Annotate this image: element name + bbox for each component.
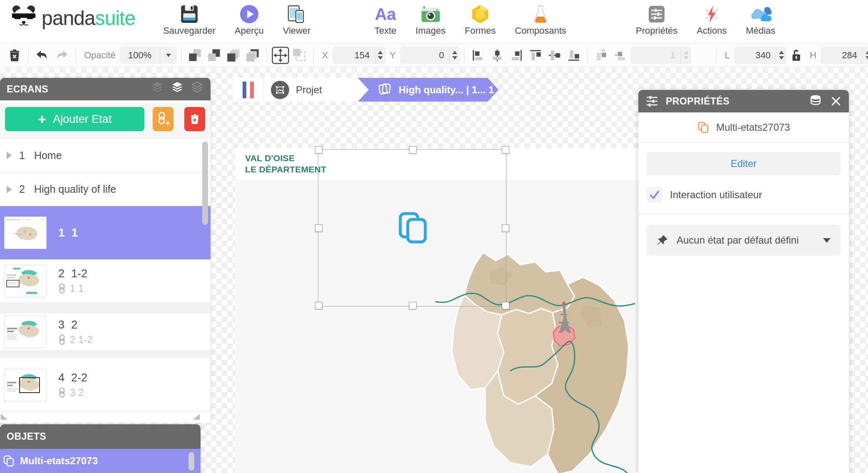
align-bottom-icon[interactable] (564, 46, 583, 65)
state-row[interactable]: 21-2 1 1 (0, 259, 211, 302)
x-input[interactable]: 154 (332, 47, 375, 64)
undo-button[interactable] (33, 46, 52, 65)
bring-forward-icon[interactable] (205, 46, 224, 65)
width-stepper[interactable] (776, 47, 786, 64)
checkbox-checked[interactable] (647, 187, 662, 203)
layers-outline-icon[interactable] (190, 81, 205, 97)
state-row[interactable]: 42-2 3 2 (0, 358, 211, 411)
delete-button[interactable] (5, 46, 24, 65)
actions-panel-label: Actions (697, 25, 727, 36)
state-link: 2 1-2 (70, 334, 93, 346)
properties-panel-header: PROPRIÉTÉS (638, 90, 849, 112)
add-state-button[interactable]: + Ajouter Etat (5, 107, 144, 131)
selection-box[interactable] (318, 149, 506, 306)
properties-panel-button[interactable]: Propriétés (636, 3, 677, 36)
state-row[interactable]: 32 2 1-2 (0, 314, 211, 350)
screen-group-row[interactable]: 1 Home (0, 138, 211, 173)
objects-panel-header: OBJETS (0, 424, 201, 449)
send-backward-icon[interactable] (186, 46, 205, 65)
workspace: High quality... | 1... 1 Projet VAL D'OI… (0, 67, 868, 473)
close-icon[interactable] (831, 96, 841, 107)
height-input[interactable]: 284 (821, 47, 862, 64)
breadcrumb-project[interactable]: Projet (263, 81, 339, 99)
edit-button[interactable]: Editer (647, 152, 841, 175)
breadcrumb: Projet (233, 78, 369, 102)
layers-dim-icon[interactable] (150, 81, 165, 97)
x-stepper[interactable] (375, 47, 386, 64)
preview-button[interactable]: Aperçu (235, 3, 264, 36)
multistate-icon (697, 121, 709, 134)
distribute-v-icon[interactable] (611, 46, 630, 65)
order-stepper[interactable] (680, 47, 691, 64)
order-input[interactable]: 1 (630, 47, 680, 64)
components-tool-button[interactable]: Composants (515, 3, 566, 36)
state-thumbnail (4, 217, 47, 249)
opacity-dropdown-caret[interactable] (160, 47, 177, 64)
align-left-icon[interactable] (469, 46, 488, 65)
resize-handle-ne[interactable] (502, 146, 509, 154)
align-right-icon[interactable] (507, 46, 526, 65)
object-row-selected[interactable]: Multi-etats27073 (0, 449, 201, 473)
layers-active-icon[interactable] (170, 81, 185, 97)
default-state-dropdown[interactable]: Aucun état par défaut défini (647, 225, 841, 256)
user-interaction-checkbox-row[interactable]: Interaction utilisateur (647, 187, 841, 203)
move-tool-icon[interactable] (271, 46, 290, 65)
link-icon (58, 387, 66, 398)
resize-handle-sw[interactable] (315, 302, 322, 309)
resize-handle-nw[interactable] (315, 146, 322, 154)
bring-to-front-icon[interactable] (224, 46, 243, 65)
align-middle-v-icon[interactable] (545, 46, 564, 65)
width-input[interactable]: 340 (734, 47, 776, 64)
database-icon[interactable] (809, 95, 822, 108)
divider (313, 48, 314, 63)
screens-scrollbar[interactable] (202, 142, 208, 225)
save-button[interactable]: Sauvegarder (163, 3, 216, 36)
align-top-icon[interactable] (526, 46, 545, 65)
actions-panel-button[interactable]: Actions (697, 3, 727, 36)
resize-tool-icon[interactable] (290, 46, 309, 65)
format-toolbar: Opacité 100% X 154 Y 0 (0, 44, 868, 67)
state-row-selected[interactable]: 11 (0, 206, 211, 259)
divider (588, 48, 588, 63)
app-logo[interactable]: pandasuite (11, 5, 135, 31)
language-flag-button[interactable] (233, 78, 263, 102)
height-stepper[interactable] (862, 47, 868, 64)
screen-group-row[interactable]: 2 High quality of life (0, 173, 211, 206)
redo-button[interactable] (52, 46, 71, 65)
selected-object-name: Multi-etats27073 (716, 122, 790, 133)
state-number: 4 (58, 371, 64, 384)
state-number: 1 (58, 226, 65, 239)
opacity-label: Opacité (84, 50, 116, 61)
viewer-button[interactable]: Viewer (283, 3, 311, 36)
components-tool-label: Composants (515, 25, 566, 36)
resize-handle-e[interactable] (502, 224, 509, 232)
y-stepper[interactable] (449, 47, 460, 64)
row-gap (0, 350, 211, 358)
screens-hscrollbar[interactable] (0, 411, 211, 423)
media-panel-button[interactable]: Médias (746, 3, 775, 36)
state-name: 2 (71, 319, 77, 331)
send-to-back-icon[interactable] (243, 46, 262, 65)
delete-state-button[interactable] (184, 107, 205, 131)
opacity-value[interactable]: 100% (120, 47, 160, 64)
caret-right-icon[interactable] (7, 152, 12, 159)
resize-handle-s[interactable] (409, 302, 417, 309)
text-tool-button[interactable]: Aa Texte (374, 3, 397, 36)
shapes-tool-button[interactable]: Formes (465, 3, 496, 36)
link-state-button[interactable] (153, 107, 174, 131)
caret-right-icon[interactable] (7, 186, 12, 193)
pin-icon (657, 234, 668, 246)
y-input[interactable]: 0 (400, 47, 449, 64)
divider (716, 48, 717, 63)
align-center-h-icon[interactable] (488, 46, 507, 65)
resize-handle-se[interactable] (502, 302, 509, 309)
images-tool-label: Images (416, 25, 446, 36)
properties-panel-title: PROPRIÉTÉS (666, 96, 729, 107)
breadcrumb-screen-tab[interactable]: High quality... | 1... 1 (349, 78, 498, 102)
distribute-h-icon[interactable] (592, 46, 611, 65)
lock-ratio-icon[interactable] (786, 46, 806, 65)
objects-scrollbar[interactable] (188, 452, 194, 471)
images-tool-button[interactable]: Images (416, 3, 446, 36)
resize-handle-n[interactable] (409, 146, 417, 154)
resize-handle-w[interactable] (315, 224, 322, 232)
